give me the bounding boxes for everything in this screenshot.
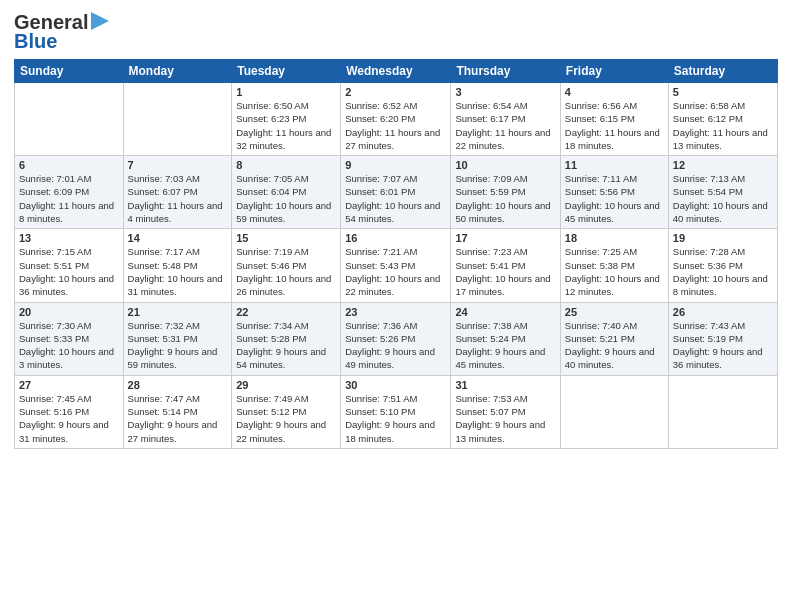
- calendar-cell: 29Sunrise: 7:49 AMSunset: 5:12 PMDayligh…: [232, 375, 341, 448]
- calendar-cell: 2Sunrise: 6:52 AMSunset: 6:20 PMDaylight…: [341, 83, 451, 156]
- day-number: 3: [455, 86, 555, 98]
- day-number: 6: [19, 159, 119, 171]
- day-number: 18: [565, 232, 664, 244]
- day-info: Sunrise: 6:54 AMSunset: 6:17 PMDaylight:…: [455, 99, 555, 152]
- calendar-cell: 12Sunrise: 7:13 AMSunset: 5:54 PMDayligh…: [668, 156, 777, 229]
- day-number: 11: [565, 159, 664, 171]
- day-info: Sunrise: 7:19 AMSunset: 5:46 PMDaylight:…: [236, 245, 336, 298]
- day-info: Sunrise: 7:53 AMSunset: 5:07 PMDaylight:…: [455, 392, 555, 445]
- day-number: 9: [345, 159, 446, 171]
- day-number: 12: [673, 159, 773, 171]
- day-number: 25: [565, 306, 664, 318]
- calendar-cell: 28Sunrise: 7:47 AMSunset: 5:14 PMDayligh…: [123, 375, 232, 448]
- calendar-cell: 26Sunrise: 7:43 AMSunset: 5:19 PMDayligh…: [668, 302, 777, 375]
- day-number: 29: [236, 379, 336, 391]
- day-number: 1: [236, 86, 336, 98]
- page: General Blue SundayMondayTuesdayWednesda…: [0, 0, 792, 612]
- calendar-cell: 15Sunrise: 7:19 AMSunset: 5:46 PMDayligh…: [232, 229, 341, 302]
- day-info: Sunrise: 7:21 AMSunset: 5:43 PMDaylight:…: [345, 245, 446, 298]
- weekday-header-wednesday: Wednesday: [341, 60, 451, 83]
- day-number: 10: [455, 159, 555, 171]
- calendar-cell: 22Sunrise: 7:34 AMSunset: 5:28 PMDayligh…: [232, 302, 341, 375]
- day-number: 22: [236, 306, 336, 318]
- calendar: SundayMondayTuesdayWednesdayThursdayFrid…: [14, 59, 778, 449]
- calendar-cell: 23Sunrise: 7:36 AMSunset: 5:26 PMDayligh…: [341, 302, 451, 375]
- day-info: Sunrise: 7:11 AMSunset: 5:56 PMDaylight:…: [565, 172, 664, 225]
- day-number: 20: [19, 306, 119, 318]
- calendar-week-5: 27Sunrise: 7:45 AMSunset: 5:16 PMDayligh…: [15, 375, 778, 448]
- day-number: 23: [345, 306, 446, 318]
- weekday-header-tuesday: Tuesday: [232, 60, 341, 83]
- day-number: 15: [236, 232, 336, 244]
- day-info: Sunrise: 7:32 AMSunset: 5:31 PMDaylight:…: [128, 319, 228, 372]
- day-info: Sunrise: 7:43 AMSunset: 5:19 PMDaylight:…: [673, 319, 773, 372]
- calendar-cell: 10Sunrise: 7:09 AMSunset: 5:59 PMDayligh…: [451, 156, 560, 229]
- calendar-cell: 17Sunrise: 7:23 AMSunset: 5:41 PMDayligh…: [451, 229, 560, 302]
- calendar-cell: 13Sunrise: 7:15 AMSunset: 5:51 PMDayligh…: [15, 229, 124, 302]
- day-info: Sunrise: 6:56 AMSunset: 6:15 PMDaylight:…: [565, 99, 664, 152]
- calendar-cell: 25Sunrise: 7:40 AMSunset: 5:21 PMDayligh…: [560, 302, 668, 375]
- calendar-cell: [560, 375, 668, 448]
- calendar-cell: 16Sunrise: 7:21 AMSunset: 5:43 PMDayligh…: [341, 229, 451, 302]
- day-info: Sunrise: 7:47 AMSunset: 5:14 PMDaylight:…: [128, 392, 228, 445]
- calendar-week-2: 6Sunrise: 7:01 AMSunset: 6:09 PMDaylight…: [15, 156, 778, 229]
- calendar-cell: 19Sunrise: 7:28 AMSunset: 5:36 PMDayligh…: [668, 229, 777, 302]
- day-number: 17: [455, 232, 555, 244]
- day-info: Sunrise: 7:34 AMSunset: 5:28 PMDaylight:…: [236, 319, 336, 372]
- day-number: 2: [345, 86, 446, 98]
- logo-arrow-icon: [91, 12, 109, 30]
- day-number: 13: [19, 232, 119, 244]
- day-info: Sunrise: 7:17 AMSunset: 5:48 PMDaylight:…: [128, 245, 228, 298]
- calendar-week-1: 1Sunrise: 6:50 AMSunset: 6:23 PMDaylight…: [15, 83, 778, 156]
- day-number: 5: [673, 86, 773, 98]
- day-info: Sunrise: 7:01 AMSunset: 6:09 PMDaylight:…: [19, 172, 119, 225]
- day-number: 30: [345, 379, 446, 391]
- day-info: Sunrise: 7:13 AMSunset: 5:54 PMDaylight:…: [673, 172, 773, 225]
- calendar-cell: 7Sunrise: 7:03 AMSunset: 6:07 PMDaylight…: [123, 156, 232, 229]
- svg-marker-0: [91, 12, 109, 30]
- day-number: 31: [455, 379, 555, 391]
- day-info: Sunrise: 7:45 AMSunset: 5:16 PMDaylight:…: [19, 392, 119, 445]
- calendar-cell: 4Sunrise: 6:56 AMSunset: 6:15 PMDaylight…: [560, 83, 668, 156]
- day-number: 19: [673, 232, 773, 244]
- day-number: 4: [565, 86, 664, 98]
- day-info: Sunrise: 7:40 AMSunset: 5:21 PMDaylight:…: [565, 319, 664, 372]
- day-info: Sunrise: 7:49 AMSunset: 5:12 PMDaylight:…: [236, 392, 336, 445]
- calendar-week-4: 20Sunrise: 7:30 AMSunset: 5:33 PMDayligh…: [15, 302, 778, 375]
- header: General Blue: [14, 10, 778, 53]
- calendar-cell: 9Sunrise: 7:07 AMSunset: 6:01 PMDaylight…: [341, 156, 451, 229]
- day-info: Sunrise: 6:50 AMSunset: 6:23 PMDaylight:…: [236, 99, 336, 152]
- calendar-cell: 20Sunrise: 7:30 AMSunset: 5:33 PMDayligh…: [15, 302, 124, 375]
- weekday-header-friday: Friday: [560, 60, 668, 83]
- calendar-cell: 21Sunrise: 7:32 AMSunset: 5:31 PMDayligh…: [123, 302, 232, 375]
- day-number: 26: [673, 306, 773, 318]
- weekday-header-monday: Monday: [123, 60, 232, 83]
- weekday-header-row: SundayMondayTuesdayWednesdayThursdayFrid…: [15, 60, 778, 83]
- day-number: 24: [455, 306, 555, 318]
- weekday-header-saturday: Saturday: [668, 60, 777, 83]
- day-info: Sunrise: 7:09 AMSunset: 5:59 PMDaylight:…: [455, 172, 555, 225]
- logo-text: General Blue: [14, 10, 109, 53]
- day-info: Sunrise: 7:05 AMSunset: 6:04 PMDaylight:…: [236, 172, 336, 225]
- day-number: 8: [236, 159, 336, 171]
- calendar-cell: 31Sunrise: 7:53 AMSunset: 5:07 PMDayligh…: [451, 375, 560, 448]
- calendar-cell: 3Sunrise: 6:54 AMSunset: 6:17 PMDaylight…: [451, 83, 560, 156]
- day-number: 7: [128, 159, 228, 171]
- calendar-week-3: 13Sunrise: 7:15 AMSunset: 5:51 PMDayligh…: [15, 229, 778, 302]
- weekday-header-thursday: Thursday: [451, 60, 560, 83]
- calendar-cell: 27Sunrise: 7:45 AMSunset: 5:16 PMDayligh…: [15, 375, 124, 448]
- day-info: Sunrise: 7:38 AMSunset: 5:24 PMDaylight:…: [455, 319, 555, 372]
- calendar-cell: [668, 375, 777, 448]
- day-info: Sunrise: 7:28 AMSunset: 5:36 PMDaylight:…: [673, 245, 773, 298]
- calendar-cell: 14Sunrise: 7:17 AMSunset: 5:48 PMDayligh…: [123, 229, 232, 302]
- day-info: Sunrise: 6:52 AMSunset: 6:20 PMDaylight:…: [345, 99, 446, 152]
- calendar-cell: [15, 83, 124, 156]
- day-number: 28: [128, 379, 228, 391]
- day-number: 16: [345, 232, 446, 244]
- day-info: Sunrise: 7:51 AMSunset: 5:10 PMDaylight:…: [345, 392, 446, 445]
- calendar-cell: 8Sunrise: 7:05 AMSunset: 6:04 PMDaylight…: [232, 156, 341, 229]
- calendar-cell: 6Sunrise: 7:01 AMSunset: 6:09 PMDaylight…: [15, 156, 124, 229]
- calendar-cell: 30Sunrise: 7:51 AMSunset: 5:10 PMDayligh…: [341, 375, 451, 448]
- day-number: 21: [128, 306, 228, 318]
- day-number: 27: [19, 379, 119, 391]
